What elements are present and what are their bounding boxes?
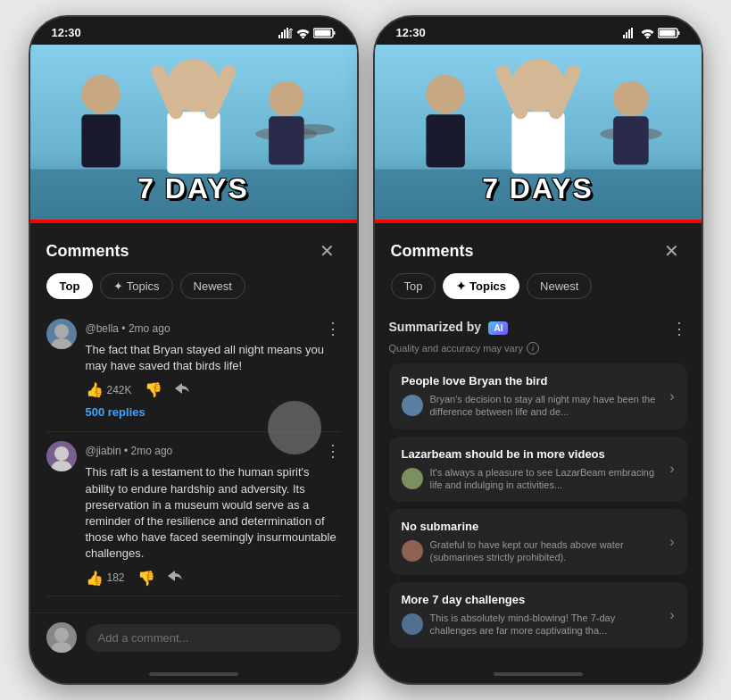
comment-more-1[interactable]: ⋮ [325, 441, 341, 461]
topic-preview-2: Grateful to have kept our heads above wa… [402, 538, 661, 564]
wifi-icon [296, 28, 310, 38]
chevron-right-icon-0: › [669, 388, 674, 404]
svg-point-13 [81, 75, 120, 114]
video-progress-bar-left [30, 220, 357, 223]
reply-icon-button-1[interactable] [168, 571, 184, 585]
ai-badge: AI [488, 321, 508, 335]
topic-avatar-0 [402, 395, 423, 416]
status-icons-right [623, 28, 680, 38]
topic-card-0[interactable]: People love Bryan the bird Bryan's decis… [389, 363, 687, 429]
comments-title-left: Comments [46, 242, 129, 261]
video-thumbnail-left[interactable]: 7 DAYS [30, 45, 357, 223]
comment-author-0: @bella • 2mo ago [86, 322, 170, 335]
replies-link-0[interactable]: 500 replies [86, 398, 341, 422]
svg-marker-2 [284, 29, 286, 38]
status-bar-left: 12:30 [30, 17, 357, 45]
topic-preview-3: This is absolutely mind-blowing! The 7-d… [402, 612, 661, 638]
svg-point-19 [269, 81, 304, 117]
comments-header-right: Comments ✕ [375, 223, 702, 273]
topic-avatar-3 [402, 613, 423, 635]
svg-point-23 [54, 628, 69, 642]
tab-topics-right[interactable]: ✦ Topics [443, 273, 519, 299]
filter-tabs-right: Top ✦ Topics Newest [375, 273, 702, 310]
topic-card-content-0: People love Bryan the bird Bryan's decis… [402, 374, 661, 419]
svg-marker-0 [278, 35, 280, 38]
svg-point-41 [613, 81, 649, 117]
topic-card-2[interactable]: No submarine Grateful to have kept our h… [389, 509, 687, 575]
status-bar-right: 12:30 [375, 17, 702, 45]
topic-text-0: Bryan's decision to stay all night may h… [430, 393, 661, 419]
comment-content-0: @bella • 2mo ago ⋮ The fact that Bryan s… [86, 319, 341, 422]
dislike-icon-1: 👎 [137, 570, 155, 587]
like-count-0: 242K [107, 384, 132, 396]
dislike-button-0[interactable]: 👎 [145, 381, 162, 398]
battery-icon-right [658, 28, 680, 38]
time-right: 12:30 [396, 26, 426, 39]
comment-item-0: @bella • 2mo ago ⋮ The fact that Bryan s… [46, 310, 341, 432]
svg-point-22 [54, 446, 69, 461]
dislike-icon-0: 👎 [145, 381, 162, 398]
svg-marker-4 [289, 29, 293, 38]
like-button-1[interactable]: 👍 182 [86, 570, 125, 587]
svg-rect-14 [81, 114, 120, 167]
home-indicator-right [494, 672, 583, 676]
chevron-right-icon-1: › [669, 461, 674, 477]
tab-newest-right[interactable]: Newest [527, 273, 592, 299]
topic-card-1[interactable]: Lazarbeam should be in more videos It's … [389, 437, 687, 503]
video-text-right: 7 DAYS [482, 172, 594, 205]
svg-point-5 [302, 36, 304, 38]
topic-card-3[interactable]: More 7 day challenges This is absolutely… [389, 582, 687, 648]
comment-content-1: @jiabin • 2mo ago ⋮ This raft is a testa… [86, 441, 341, 586]
ai-summary-title-row: Summarized by AI [389, 319, 509, 335]
topic-avatar-2 [402, 540, 423, 562]
topic-card-content-3: More 7 day challenges This is absolutely… [402, 593, 661, 638]
svg-rect-30 [677, 31, 679, 35]
topic-title-3: More 7 day challenges [402, 593, 661, 606]
status-icons-left [278, 28, 336, 38]
tab-top-right[interactable]: Top [391, 273, 436, 299]
tab-topics-left[interactable]: ✦ Topics [100, 273, 172, 299]
home-indicator-left [149, 672, 238, 676]
dislike-button-1[interactable]: 👎 [137, 570, 155, 587]
topic-title-0: People love Bryan the bird [402, 374, 661, 388]
video-thumbnail-right[interactable]: 7 DAYS [375, 45, 702, 223]
comment-meta-0: @bella • 2mo ago ⋮ [86, 319, 341, 338]
filter-tabs-left: Top ✦ Topics Newest [30, 273, 357, 310]
commenter-avatar [46, 622, 77, 653]
left-phone: 12:30 [29, 15, 359, 685]
svg-marker-26 [628, 29, 630, 38]
reply-icon-0 [175, 383, 191, 397]
svg-marker-24 [623, 35, 625, 38]
topic-preview-1: It's always a pleasure to see LazarBeam … [402, 466, 661, 492]
info-icon[interactable]: i [527, 342, 539, 354]
like-icon-1: 👍 [86, 570, 104, 587]
comment-actions-1: 👍 182 👎 [86, 570, 341, 587]
svg-point-35 [426, 75, 465, 114]
reply-icon-button-0[interactable] [175, 383, 191, 397]
comments-panel-left: Comments ✕ Top ✦ Topics Newest @ [30, 223, 357, 683]
ai-summary-header: Summarized by AI ⋮ [389, 310, 687, 342]
comment-more-0[interactable]: ⋮ [325, 319, 341, 338]
ai-summary-title: Summarized by [389, 320, 481, 334]
tab-newest-left[interactable]: Newest [180, 273, 245, 299]
close-button-right[interactable]: ✕ [659, 238, 685, 264]
comment-actions-0: 👍 242K 👎 [86, 381, 341, 398]
ai-more-button[interactable]: ⋮ [671, 319, 687, 338]
tab-top-left[interactable]: Top [46, 273, 94, 299]
comments-title-right: Comments [391, 242, 474, 261]
ai-subtitle: Quality and accuracy may vary i [389, 342, 687, 363]
chevron-right-icon-3: › [669, 607, 674, 623]
close-button-left[interactable]: ✕ [314, 238, 341, 264]
svg-point-21 [54, 324, 69, 338]
like-icon-0: 👍 [86, 381, 104, 398]
avatar-1 [46, 441, 77, 471]
like-count-1: 182 [107, 571, 125, 584]
wifi-icon-right [641, 28, 654, 38]
like-button-0[interactable]: 👍 242K [86, 381, 132, 398]
add-comment-input[interactable] [86, 624, 341, 652]
svg-marker-25 [626, 32, 627, 38]
svg-marker-3 [287, 28, 288, 38]
add-comment-bar-left [30, 612, 357, 667]
svg-rect-36 [426, 114, 465, 167]
battery-icon [313, 28, 336, 38]
